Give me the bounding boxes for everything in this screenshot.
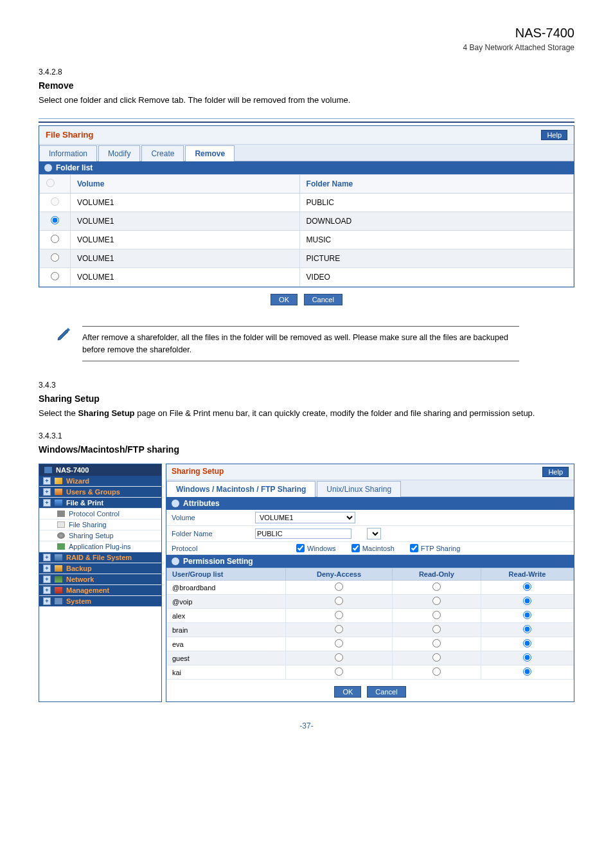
nav-item-application-plug-ins[interactable]: Application Plug-ins	[39, 541, 161, 552]
expand-icon[interactable]: +	[43, 488, 51, 496]
windows-checkbox[interactable]	[296, 544, 305, 552]
nav-item-network[interactable]: +Network	[39, 574, 161, 585]
section-label-remove: Remove	[39, 80, 574, 91]
table-row: guest	[167, 651, 574, 665]
header-radio	[46, 179, 55, 187]
tab-create[interactable]: Create	[141, 145, 184, 161]
perm-radio-deny[interactable]	[335, 625, 343, 633]
expand-icon[interactable]: +	[43, 477, 51, 485]
help-button[interactable]: Help	[541, 130, 567, 140]
disk1-icon	[57, 511, 65, 517]
cancel-button-setup[interactable]: Cancel	[367, 686, 405, 698]
perm-radio-ro[interactable]	[432, 597, 441, 605]
tab-unix-sharing[interactable]: Unix/Linux Sharing	[317, 481, 401, 497]
nav-item-protocol-control[interactable]: Protocol Control	[39, 509, 161, 520]
ok-button[interactable]: OK	[271, 294, 298, 305]
fs-tabs: Information Modify Create Remove	[39, 145, 574, 161]
user-cell: kai	[167, 665, 286, 680]
folder-name-cell: PICTURE	[299, 249, 573, 267]
nav-label: System	[66, 597, 91, 605]
nav-label: Network	[66, 575, 94, 583]
expand-icon[interactable]: +	[43, 499, 51, 507]
protocol-label: Protocol	[172, 545, 255, 552]
nav-item-file-sharing[interactable]: File Sharing	[39, 520, 161, 530]
nav-item-sharing-setup[interactable]: Sharing Setup	[39, 530, 161, 541]
section-number-wmf: 3.4.3.1	[39, 431, 574, 440]
perm-radio-deny[interactable]	[335, 583, 343, 591]
nav-item-file-print[interactable]: +File & Print	[39, 498, 161, 509]
user-cell: brain	[167, 623, 286, 637]
perm-radio-ro[interactable]	[432, 667, 441, 676]
nas-icon	[44, 467, 52, 473]
perm-radio-deny[interactable]	[335, 667, 343, 676]
tab-remove[interactable]: Remove	[185, 145, 235, 161]
nav-label: Management	[66, 586, 109, 594]
mgmt-icon	[55, 587, 62, 593]
table-row: VOLUME1PICTURE	[40, 249, 574, 267]
page-footer: -37-	[39, 721, 574, 730]
section-label-sharing: Sharing Setup	[39, 393, 574, 404]
nav-item-raid-file-system[interactable]: +RAID & File System	[39, 552, 161, 563]
row-radio[interactable]	[51, 253, 59, 262]
expand-icon[interactable]: +	[43, 554, 51, 561]
table-row: brain	[167, 623, 574, 637]
gear-icon	[44, 164, 52, 172]
perm-radio-ro[interactable]	[432, 611, 441, 619]
macintosh-checkbox[interactable]	[351, 544, 360, 552]
folder-name-cell: DOWNLOAD	[299, 212, 573, 230]
row-radio[interactable]	[51, 235, 59, 243]
section-number-sharing: 3.4.3	[39, 381, 574, 390]
expand-icon[interactable]: +	[43, 597, 51, 605]
permission-header: Permission Setting	[166, 555, 574, 568]
perm-radio-rw[interactable]	[523, 625, 531, 633]
perm-radio-rw[interactable]	[523, 639, 531, 647]
col-read-write: Read-Write	[481, 568, 574, 581]
perm-radio-deny[interactable]	[335, 639, 343, 647]
perm-radio-ro[interactable]	[432, 625, 441, 633]
nav-item-wizard[interactable]: +Wizard	[39, 476, 161, 487]
perm-radio-deny[interactable]	[335, 611, 343, 619]
disk2-icon	[57, 521, 65, 528]
nav-item-users-groups[interactable]: +Users & Groups	[39, 487, 161, 498]
nav-item-system[interactable]: +System	[39, 596, 161, 607]
nav-item-backup[interactable]: +Backup	[39, 563, 161, 574]
tab-wmf-sharing[interactable]: Windows / Macintosh / FTP Sharing	[166, 481, 315, 497]
users-icon	[55, 489, 62, 495]
expand-icon[interactable]: +	[43, 586, 51, 594]
nav-label: Sharing Setup	[69, 532, 114, 539]
help-button-setup[interactable]: Help	[542, 467, 569, 477]
col-folder-name: Folder Name	[299, 174, 573, 193]
ok-button-setup[interactable]: OK	[334, 686, 361, 698]
raid-icon	[55, 554, 62, 561]
protocol-macintosh[interactable]: Macintosh	[351, 544, 395, 552]
row-radio[interactable]	[51, 272, 59, 280]
ftp-checkbox[interactable]	[410, 544, 418, 552]
perm-radio-rw[interactable]	[523, 583, 531, 591]
perm-radio-ro[interactable]	[432, 583, 441, 591]
perm-radio-rw[interactable]	[523, 597, 531, 605]
cancel-button[interactable]: Cancel	[304, 294, 342, 305]
user-cell: eva	[167, 637, 286, 651]
expand-icon[interactable]: +	[43, 575, 51, 583]
volume-select[interactable]: VOLUME1	[255, 512, 355, 523]
expand-icon[interactable]: +	[43, 565, 51, 572]
perm-radio-rw[interactable]	[523, 611, 531, 619]
perm-radio-ro[interactable]	[432, 653, 441, 662]
nav-item-management[interactable]: +Management	[39, 585, 161, 596]
tab-modify[interactable]: Modify	[98, 145, 140, 161]
protocol-windows[interactable]: Windows	[296, 544, 336, 552]
folder-name-input[interactable]	[255, 529, 351, 539]
perm-radio-deny[interactable]	[335, 653, 343, 662]
col-deny-access: Deny-Access	[286, 568, 392, 581]
perm-radio-rw[interactable]	[523, 653, 531, 662]
perm-radio-ro[interactable]	[432, 639, 441, 647]
perm-radio-rw[interactable]	[523, 667, 531, 676]
tab-information[interactable]: Information	[39, 145, 97, 161]
gear2-icon	[57, 532, 65, 539]
volume-cell: VOLUME1	[71, 267, 300, 286]
folder-name-select[interactable]	[367, 528, 381, 539]
protocol-ftp[interactable]: FTP Sharing	[410, 544, 461, 552]
row-radio[interactable]	[51, 216, 59, 224]
perm-radio-deny[interactable]	[335, 597, 343, 605]
nav-label: Wizard	[66, 477, 89, 485]
